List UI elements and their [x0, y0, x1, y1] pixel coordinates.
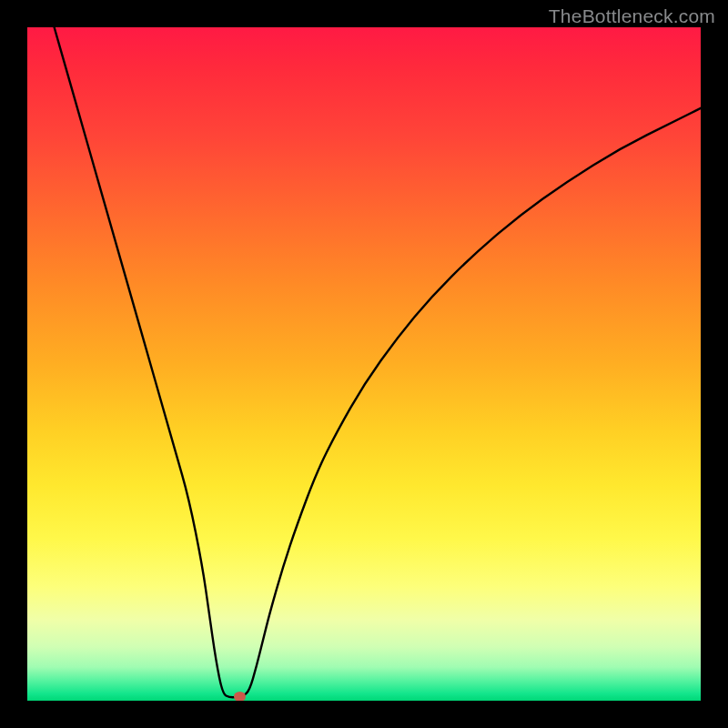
watermark-text: TheBottleneck.com [549, 5, 715, 27]
chart-stage: TheBottleneck.com [0, 0, 728, 728]
minimum-marker-dot [234, 692, 246, 701]
plot-area [27, 27, 701, 701]
bottleneck-curve-line [55, 27, 701, 697]
plot-svg [27, 27, 701, 701]
